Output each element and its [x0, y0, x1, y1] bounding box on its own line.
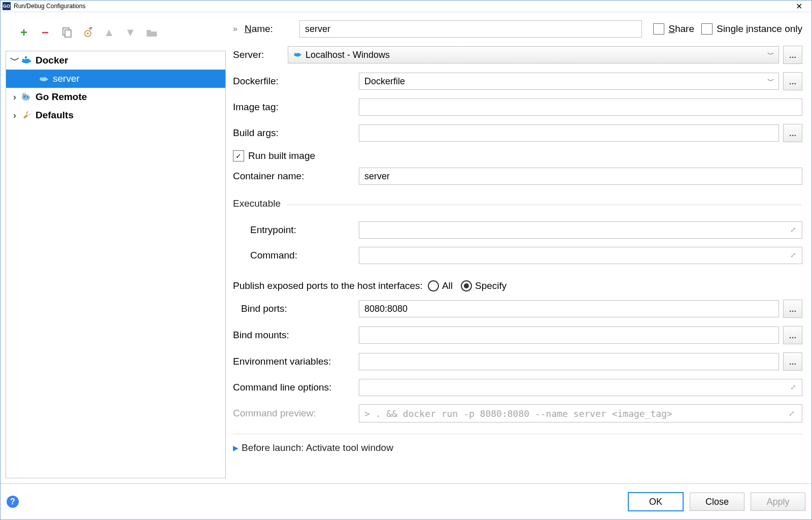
titlebar: GO Run/Debug Configurations ✕ [1, 1, 811, 12]
server-browse-button[interactable]: … [783, 46, 802, 64]
publish-ports-label: Publish exposed ports to the host interf… [233, 280, 423, 291]
svg-text:(((: ((( [22, 92, 26, 96]
ports-specify-radio[interactable] [461, 280, 472, 291]
run-built-image-label: Run built image [248, 150, 315, 161]
docker-icon [293, 50, 302, 60]
share-checkbox[interactable] [653, 23, 664, 35]
tree-node-label: server [53, 73, 80, 84]
folder-button[interactable] [146, 26, 158, 39]
add-button[interactable]: + [18, 26, 30, 39]
chevron-down-icon: ﹀ [767, 77, 774, 86]
ok-button[interactable]: OK [628, 492, 684, 511]
docker-icon [39, 75, 50, 83]
close-button[interactable]: Close [690, 493, 745, 511]
tree-node-label: Docker [36, 55, 68, 66]
bind-ports-label: Bind ports: [233, 303, 359, 314]
dockerfile-browse-button[interactable]: … [783, 72, 802, 90]
cmd-preview-text: > . && docker run -p 8080:8080 --name se… [364, 408, 672, 419]
svg-point-13 [27, 96, 28, 98]
help-button[interactable]: ? [7, 496, 19, 508]
bind-ports-browse-button[interactable]: … [783, 300, 802, 318]
cli-options-input[interactable] [359, 379, 802, 396]
container-name-input[interactable] [359, 168, 802, 185]
chevron-right-icon: › [10, 110, 19, 121]
close-icon[interactable]: ✕ [796, 2, 802, 11]
command-input[interactable] [359, 247, 802, 264]
bind-mounts-browse-button[interactable]: … [783, 326, 802, 344]
tree-node-docker[interactable]: ﹀ Docker [6, 51, 225, 70]
tree-node-defaults[interactable]: › Defaults [6, 106, 225, 124]
entrypoint-label: Entrypoint: [233, 224, 359, 236]
bind-mounts-label: Bind mounts: [233, 330, 359, 341]
server-dropdown[interactable]: Localhost - Windows ﹀ [288, 46, 779, 63]
expand-icon[interactable]: ⤢ [789, 409, 795, 417]
build-args-input[interactable] [359, 124, 779, 142]
env-vars-label: Environment variables: [233, 356, 359, 367]
container-name-label: Container name: [233, 171, 359, 182]
entrypoint-input[interactable] [359, 221, 802, 239]
svg-rect-7 [25, 56, 27, 58]
cmd-preview-label: Command preview: [233, 408, 359, 419]
dockerfile-value: Dockerfile [364, 76, 405, 87]
build-args-label: Build args: [233, 127, 359, 139]
name-input[interactable] [299, 20, 642, 38]
command-label: Command: [233, 250, 359, 261]
env-vars-browse-button[interactable]: … [783, 352, 802, 371]
ports-specify-label: Specify [475, 280, 506, 291]
bind-mounts-input[interactable] [359, 327, 779, 344]
config-tree[interactable]: ﹀ Docker server › ((( [6, 51, 226, 478]
tree-node-go-remote[interactable]: › ((( Go Remote [6, 88, 225, 106]
run-built-image-checkbox[interactable]: ✓ [233, 150, 244, 161]
dockerfile-dropdown[interactable]: Dockerfile ﹀ [359, 73, 779, 90]
svg-rect-1 [65, 30, 71, 37]
build-args-browse-button[interactable]: … [783, 124, 802, 142]
single-instance-checkbox[interactable] [701, 23, 713, 35]
apply-button[interactable]: Apply [751, 493, 805, 511]
env-vars-input[interactable] [359, 353, 779, 370]
move-down-button[interactable]: ▼ [124, 26, 137, 39]
overflow-icon[interactable]: » [233, 24, 238, 34]
share-label: Share [668, 23, 694, 35]
single-instance-label: Single instance only [717, 23, 802, 35]
expand-icon[interactable]: ⤢ [790, 225, 796, 234]
expand-icon[interactable]: ⤢ [790, 383, 796, 391]
cli-options-label: Command line options: [233, 382, 359, 393]
app-icon: GO [3, 2, 11, 10]
tree-node-label: Go Remote [36, 91, 87, 103]
docker-icon [21, 56, 32, 65]
server-value: Localhost - Windows [306, 50, 390, 60]
go-remote-icon: ((( [21, 92, 32, 102]
ports-all-radio[interactable] [428, 280, 439, 291]
dockerfile-label: Dockerfile: [233, 76, 359, 87]
tree-toolbar: + − ▲ ▼ [6, 17, 229, 51]
before-launch-section[interactable]: ▶ Before launch: Activate tool window [233, 442, 802, 453]
tree-node-server[interactable]: server [6, 70, 225, 88]
window-title: Run/Debug Configurations [14, 3, 85, 10]
move-up-button[interactable]: ▲ [103, 26, 115, 39]
svg-point-12 [24, 96, 25, 98]
executable-section-label: Executable [233, 198, 281, 209]
chevron-right-icon: › [10, 91, 19, 103]
before-launch-label: Before launch: Activate tool window [242, 442, 393, 453]
triangle-right-icon: ▶ [233, 444, 239, 452]
remove-button[interactable]: − [39, 26, 51, 39]
expand-icon[interactable]: ⤢ [790, 251, 796, 259]
server-label: Server: [233, 49, 288, 60]
image-tag-label: Image tag: [233, 102, 359, 113]
tree-node-label: Defaults [36, 110, 74, 121]
name-label: Name: [245, 23, 299, 35]
chevron-down-icon: ﹀ [10, 54, 19, 67]
image-tag-input[interactable] [359, 99, 802, 116]
cmd-preview-box: > . && docker run -p 8080:8080 --name se… [359, 404, 802, 422]
ports-all-label: All [442, 280, 453, 291]
svg-point-3 [87, 32, 89, 35]
copy-button[interactable] [60, 26, 73, 39]
wrench-icon [21, 110, 32, 120]
chevron-down-icon: ﹀ [767, 50, 774, 59]
settings-button[interactable] [82, 26, 94, 39]
bind-ports-input[interactable] [359, 300, 779, 317]
